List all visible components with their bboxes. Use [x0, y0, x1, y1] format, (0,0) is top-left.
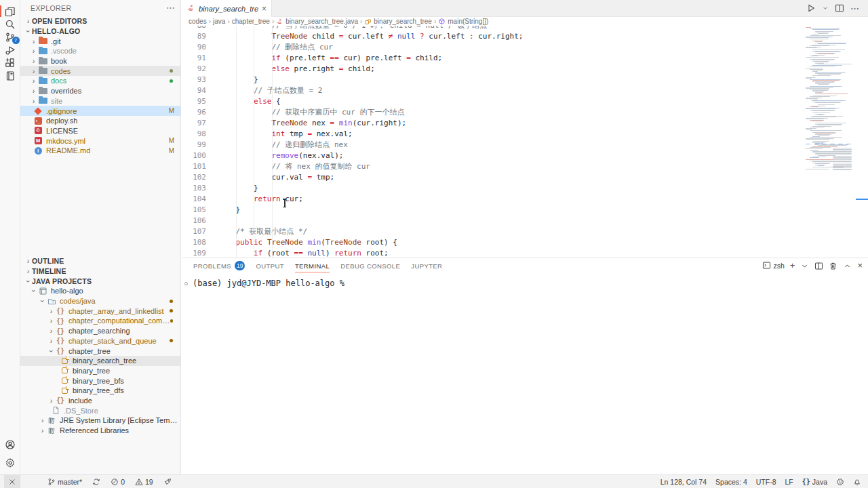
tree-item-codes[interactable]: ›codes: [20, 66, 180, 76]
code-line[interactable]: 88 // 当子结点数量 = 0 / 1 时， child = null / 该…: [182, 26, 868, 31]
status-feedback[interactable]: [836, 475, 844, 488]
panel-tab-problems[interactable]: PROBLEMS19: [193, 258, 245, 273]
tree-item-chapter-array-and-linkedlist[interactable]: ›{}chapter_array_and_linkedlist: [20, 306, 180, 316]
activity-notebook[interactable]: [0, 69, 20, 82]
tree-item-chapter-computational-complexity[interactable]: ›{}chapter_computational_complexity: [20, 316, 180, 326]
status-warnings[interactable]: 19: [135, 475, 153, 488]
activity-explorer[interactable]: [0, 5, 20, 18]
breadcrumb-item[interactable]: binary_search_tree: [364, 18, 432, 25]
tree-item--ds-store[interactable]: .DS_Store: [20, 405, 180, 415]
tree-item-chapter-stack-and-queue[interactable]: ›{}chapter_stack_and_queue: [20, 336, 180, 346]
terminal-profile[interactable]: zsh: [762, 261, 784, 271]
chevron-up-button[interactable]: [843, 262, 852, 270]
panel-tab-jupyter[interactable]: JUPYTER: [411, 258, 442, 273]
activity-account[interactable]: [0, 439, 20, 451]
tree-item-chapter-searching[interactable]: ›{}chapter_searching: [20, 326, 180, 336]
chevron-down-button[interactable]: [822, 5, 829, 12]
section-open-editors[interactable]: ›OPEN EDITORS: [20, 16, 180, 26]
code-line[interactable]: 93 }: [182, 75, 868, 85]
tree-item-docs[interactable]: ›docs: [20, 76, 180, 86]
section-hello-algo[interactable]: ›HELLO-ALGO: [20, 26, 180, 37]
code-line[interactable]: 91 if (pre.left == cur) pre.left = child…: [182, 53, 868, 64]
split-editor-button[interactable]: [814, 262, 823, 270]
status-notifications[interactable]: [853, 475, 861, 488]
activity-settings[interactable]: [0, 457, 20, 469]
code-line[interactable]: 99 // 递归删除结点 nex: [182, 140, 868, 150]
code-line[interactable]: 103 }: [182, 183, 868, 194]
activity-extensions[interactable]: [0, 56, 20, 69]
tree-item-mkdocs-yml[interactable]: Mmkdocs.ymlM: [20, 136, 180, 146]
status-cursor-position[interactable]: Ln 128, Col 74: [660, 475, 707, 488]
tree-item-book[interactable]: ›book: [20, 56, 180, 66]
tree-item-include[interactable]: ›{}include: [20, 396, 180, 406]
tree-item--gitignore[interactable]: .gitignoreM: [20, 106, 180, 116]
code-line[interactable]: 94 // 子结点数量 = 2: [182, 85, 868, 96]
tree-item--vscode[interactable]: ›.vscode: [20, 46, 180, 56]
section-java-projects[interactable]: ›JAVA PROJECTS: [20, 276, 180, 286]
status-encoding[interactable]: UTF-8: [756, 475, 776, 488]
tree-item-binary-tree-dfs[interactable]: binary_tree_dfs: [20, 386, 180, 396]
panel-tab-debug-console[interactable]: DEBUG CONSOLE: [340, 258, 400, 273]
breadcrumb-item[interactable]: chapter_tree: [232, 18, 270, 25]
tree-item-hello-algo[interactable]: ›hello-algo: [20, 286, 180, 296]
status-errors[interactable]: 0: [111, 475, 125, 488]
more-actions-icon[interactable]: ⋯: [166, 5, 175, 12]
plus-button[interactable]: +: [790, 262, 795, 269]
code-line[interactable]: 106: [182, 216, 868, 226]
status-remote-indicator[interactable]: [4, 475, 20, 488]
tree-item-binary-tree[interactable]: binary_tree: [20, 366, 180, 376]
code-line[interactable]: 89 TreeNode child = cur.left ≠ null ? cu…: [182, 31, 868, 42]
terminal-view[interactable]: (base) jyd@JYD-MBP hello-algo %: [182, 273, 868, 288]
close-icon[interactable]: ×: [262, 5, 267, 12]
breadcrumb-item[interactable]: java: [213, 18, 225, 25]
code-line[interactable]: 102 cur.val = tmp;: [182, 172, 868, 183]
code-line[interactable]: 90 // 删除结点 cur: [182, 42, 868, 53]
code-line[interactable]: 97 TreeNode nex = min(cur.right);: [182, 118, 868, 129]
breadcrumb-item[interactable]: main(String[]): [438, 18, 488, 25]
section-timeline[interactable]: ›TIMELINE: [20, 266, 180, 277]
code-line[interactable]: 92 else pre.right = child;: [182, 64, 868, 75]
section-outline[interactable]: ›OUTLINE: [20, 256, 180, 266]
tree-item-referenced-libraries[interactable]: ›Referenced Libraries: [20, 426, 180, 436]
status-sync-status[interactable]: [92, 475, 100, 488]
status-eol[interactable]: LF: [785, 475, 793, 488]
tree-item-binary-search-tree[interactable]: binary_search_tree: [20, 356, 180, 366]
trash-button[interactable]: [829, 262, 837, 270]
tree-item-chapter-tree[interactable]: ›{}chapter_tree: [20, 346, 180, 356]
activity-run-debug[interactable]: [0, 43, 20, 56]
tree-item-codes-java[interactable]: ›codes/java: [20, 296, 180, 306]
tree-item-readme-md[interactable]: iREADME.mdM: [20, 146, 180, 156]
close-button[interactable]: ×: [857, 262, 863, 269]
activity-search[interactable]: [0, 18, 20, 30]
panel-tab-output[interactable]: OUTPUT: [256, 258, 283, 273]
panel-tab-terminal[interactable]: TERMINAL: [295, 258, 330, 273]
code-editor[interactable]: 88 // 当子结点数量 = 0 / 1 时， child = null / 该…: [182, 26, 868, 258]
code-line[interactable]: 100 remove(nex.val);: [182, 150, 868, 161]
more-button[interactable]: ⋯: [850, 3, 860, 14]
tree-item-deploy-sh[interactable]: ›_deploy.sh: [20, 116, 180, 126]
terminal-prompt[interactable]: (base) jyd@JYD-MBP hello-algo %: [193, 279, 868, 288]
tab-binary-search-tree[interactable]: binary_search_tree.java ×: [182, 0, 272, 17]
code-line[interactable]: 109 if (root == null) return root;: [182, 248, 868, 258]
breadcrumb-item[interactable]: codes: [189, 18, 207, 25]
tree-item-overrides[interactable]: ›overrides: [20, 86, 180, 96]
tree-item-license[interactable]: ©LICENSE: [20, 126, 180, 136]
status-indentation[interactable]: Spaces: 4: [715, 475, 747, 488]
activity-source-control[interactable]: 7: [0, 30, 20, 43]
code-line[interactable]: 108 public TreeNode min(TreeNode root) {: [182, 237, 868, 248]
status-git-branch[interactable]: master*: [47, 475, 82, 488]
status-language-mode[interactable]: {}Java: [802, 475, 827, 488]
minimap[interactable]: [804, 26, 856, 258]
run-button[interactable]: [806, 3, 816, 13]
tree-item-jre-system-library-eclipse-temurin-17-17-[interactable]: ›JRE System Library [Eclipse Temurin 17 …: [20, 415, 180, 426]
tree-item-binary-tree-bfs[interactable]: binary_tree_bfs: [20, 375, 180, 386]
tree-item--git[interactable]: ›.git: [20, 36, 180, 46]
status-launch[interactable]: [163, 475, 172, 488]
tree-item-site[interactable]: ›site: [20, 96, 180, 106]
breadcrumb-item[interactable]: binary_search_tree.java: [276, 18, 358, 25]
chevron-down-button[interactable]: [800, 262, 809, 270]
code-line[interactable]: 107 /* 获取最小结点 */: [182, 226, 868, 237]
code-line[interactable]: 101 // 将 nex 的值复制给 cur: [182, 161, 868, 172]
code-line[interactable]: 95 else {: [182, 96, 868, 107]
code-line[interactable]: 98 int tmp = nex.val;: [182, 129, 868, 140]
